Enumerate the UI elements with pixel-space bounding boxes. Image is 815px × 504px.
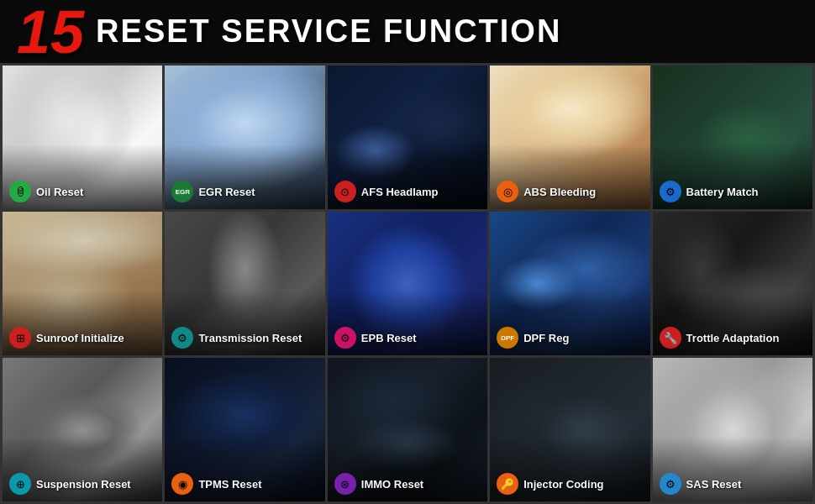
card-label-transmission-reset: ⚙Transmission Reset <box>171 327 302 349</box>
card-title-tpms-reset: TPMS Reset <box>198 478 261 491</box>
card-label-sas-reset: ⚙SAS Reset <box>660 473 742 495</box>
card-title-dpf-reg: DPF Reg <box>523 332 569 344</box>
card-title-transmission-reset: Transmission Reset <box>198 332 302 344</box>
card-icon-tpms-reset: ◉ <box>171 473 193 495</box>
card-icon-immo-reset: ⊛ <box>334 473 356 495</box>
card-label-tpms-reset: ◉TPMS Reset <box>171 473 261 495</box>
card-icon-battery-match: ⚙ <box>660 181 681 202</box>
card-icon-sunroof-initialize: ⊞ <box>9 327 31 349</box>
card-oil-reset[interactable]: 🛢Oil Reset <box>3 66 162 209</box>
card-label-abs-bleeding: ◎ABS Bleeding <box>497 181 596 202</box>
service-grid: 🛢Oil ResetEGREGR Reset⊙AFS Headlamp◎ABS … <box>0 63 815 504</box>
header: 15 RESET SERVICE FUNCTION <box>0 0 815 63</box>
card-label-afs-headlamp: ⊙AFS Headlamp <box>334 181 439 202</box>
card-label-throttle-adaptation: 🔧Trottle Adaptation <box>660 327 780 349</box>
card-title-oil-reset: Oil Reset <box>36 186 83 198</box>
card-icon-suspension-reset: ⊕ <box>9 473 31 495</box>
card-label-suspension-reset: ⊕Suspension Reset <box>9 473 131 495</box>
card-label-injector-coding: 🔑Injector Coding <box>497 473 603 495</box>
card-immo-reset[interactable]: ⊛IMMO Reset <box>328 358 487 501</box>
card-label-immo-reset: ⊛IMMO Reset <box>334 473 423 495</box>
card-icon-egr-reset: EGR <box>171 181 193 202</box>
card-injector-coding[interactable]: 🔑Injector Coding <box>490 358 649 501</box>
card-icon-oil-reset: 🛢 <box>9 181 31 202</box>
card-title-battery-match: Battery Match <box>686 186 759 198</box>
card-afs-headlamp[interactable]: ⊙AFS Headlamp <box>328 66 487 209</box>
card-transmission-reset[interactable]: ⚙Transmission Reset <box>165 212 324 355</box>
card-sunroof-initialize[interactable]: ⊞Sunroof Initialize <box>3 212 162 355</box>
card-egr-reset[interactable]: EGREGR Reset <box>165 66 324 209</box>
card-icon-throttle-adaptation: 🔧 <box>660 327 681 349</box>
header-title: RESET SERVICE FUNCTION <box>96 13 561 50</box>
card-dpf-reg[interactable]: DPFDPF Reg <box>490 212 649 355</box>
card-throttle-adaptation[interactable]: 🔧Trottle Adaptation <box>653 212 812 355</box>
card-suspension-reset[interactable]: ⊕Suspension Reset <box>3 358 162 501</box>
card-label-egr-reset: EGREGR Reset <box>171 181 255 202</box>
card-title-afs-headlamp: AFS Headlamp <box>361 186 439 198</box>
card-title-injector-coding: Injector Coding <box>523 478 603 491</box>
card-label-sunroof-initialize: ⊞Sunroof Initialize <box>9 327 124 349</box>
card-icon-abs-bleeding: ◎ <box>497 181 518 202</box>
card-title-abs-bleeding: ABS Bleeding <box>523 186 596 198</box>
card-icon-afs-headlamp: ⊙ <box>334 181 356 202</box>
card-title-immo-reset: IMMO Reset <box>361 478 423 491</box>
card-title-throttle-adaptation: Trottle Adaptation <box>686 332 780 344</box>
card-label-epb-reset: ⚙EPB Reset <box>334 327 417 349</box>
card-label-dpf-reg: DPFDPF Reg <box>497 327 569 349</box>
card-abs-bleeding[interactable]: ◎ABS Bleeding <box>490 66 649 209</box>
card-epb-reset[interactable]: ⚙EPB Reset <box>328 212 487 355</box>
card-title-egr-reset: EGR Reset <box>198 186 255 198</box>
app-container: 15 RESET SERVICE FUNCTION 🛢Oil ResetEGRE… <box>0 0 815 504</box>
card-title-epb-reset: EPB Reset <box>361 332 417 344</box>
card-icon-injector-coding: 🔑 <box>497 473 518 495</box>
card-title-sas-reset: SAS Reset <box>686 478 742 491</box>
card-icon-sas-reset: ⚙ <box>660 473 681 495</box>
card-sas-reset[interactable]: ⚙SAS Reset <box>653 358 812 501</box>
card-icon-dpf-reg: DPF <box>497 327 518 349</box>
card-icon-transmission-reset: ⚙ <box>171 327 193 349</box>
card-battery-match[interactable]: ⚙Battery Match <box>653 66 812 209</box>
card-title-suspension-reset: Suspension Reset <box>36 478 131 491</box>
card-icon-epb-reset: ⚙ <box>334 327 356 349</box>
card-label-battery-match: ⚙Battery Match <box>660 181 759 202</box>
card-label-oil-reset: 🛢Oil Reset <box>9 181 83 202</box>
card-title-sunroof-initialize: Sunroof Initialize <box>36 332 124 344</box>
header-number: 15 <box>17 2 84 62</box>
card-tpms-reset[interactable]: ◉TPMS Reset <box>165 358 324 501</box>
